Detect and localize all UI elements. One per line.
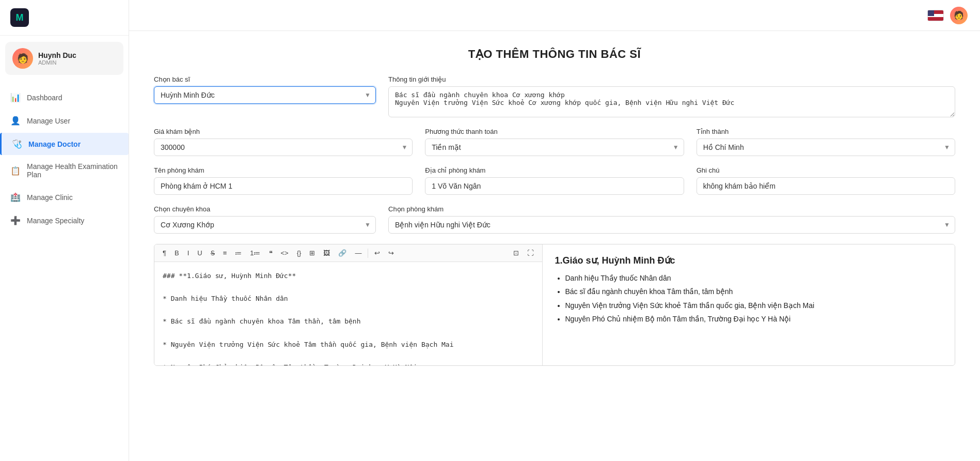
payment-select[interactable]: Tiền mặtChuyển khoảnThẻ tín dụng [425,139,684,156]
sidebar-item-manage-health[interactable]: 📋Manage Health Examination Plan [0,156,129,185]
price-select[interactable]: 300000200000500000 [154,139,413,156]
toolbar-btn-blockquote[interactable]: ❝ [266,248,276,258]
sidebar-item-manage-specialty[interactable]: ➕Manage Specialty [0,209,129,232]
doctor-select-wrapper[interactable]: Huỳnh Minh ĐứcNguyễn Văn ATrần Thị B ▼ [154,86,376,104]
form-row-2: Giá khám bệnh 300000200000500000 ▼ Phươn… [154,128,955,156]
nav-label-manage-user: Manage User [27,117,70,125]
clinic-select[interactable]: Bệnh viện Hữu nghi Việt ĐứcBệnh viện Bạc… [388,216,955,234]
sidebar-user: 🧑 Huynh Duc ADMIN [5,42,123,75]
form-row-1: Chọn bác sĩ Huỳnh Minh ĐứcNguyễn Văn ATr… [154,75,955,117]
province-label: Tỉnh thành [697,128,955,135]
payment-label: Phương thức thanh toán [425,128,684,135]
clinic-address-group: Địa chỉ phòng khám [425,166,684,195]
list-item: Danh hiệu Thầy thuốc Nhân dân [565,272,943,284]
toolbar-btn-ordered-list[interactable]: 1≔ [247,248,263,258]
clinic-select-wrapper[interactable]: Bệnh viện Hữu nghi Việt ĐứcBệnh viện Bạc… [388,216,955,234]
clinic-select-label: Chọn phòng khám [388,205,955,213]
list-item: Nguyên Viện trưởng Viện Sức khoẻ Tâm thầ… [565,300,943,311]
sidebar-logo: M [0,0,129,36]
preview-list: Danh hiệu Thầy thuốc Nhân dânBác sĩ đầu … [555,272,943,325]
clinic-address-input[interactable] [425,177,684,195]
list-item: Bác sĩ đầu ngành chuyên khoa Tâm thần, t… [565,286,943,297]
specialty-label: Chọn chuyên khoa [154,205,376,213]
toolbar-fullscreen-btn[interactable]: ⛶ [524,248,537,258]
toolbar-btn-italic[interactable]: I [184,248,193,258]
logo-icon: M [10,8,29,27]
editor-wrapper: ¶BIUS̶≡≔1≔❝<>{}⊞🖼🔗—↩↪ ⊡ ⛶ 1.Giáo sư, Huỳ… [154,244,955,366]
payment-group: Phương thức thanh toán Tiền mặtChuyển kh… [425,128,684,156]
nav-label-dashboard: Dashboard [27,94,62,102]
language-flag-icon[interactable] [927,10,944,21]
intro-textarea[interactable]: Bác sĩ đầu ngành chuyên khoa Cơ xương kh… [388,86,955,117]
sidebar-item-manage-user[interactable]: 👤Manage User [0,110,129,132]
toolbar-btn-redo[interactable]: ↪ [385,248,397,258]
topbar-user-avatar[interactable]: 🧑 [950,7,968,24]
user-role: ADMIN [38,59,76,66]
province-select-wrapper[interactable]: Hồ Chí MinhHà NộiĐà Nẵng ▼ [697,139,955,156]
toolbar-btn-bullet-list[interactable]: ≔ [232,248,245,258]
toolbar-btn-image[interactable]: 🖼 [320,248,333,258]
main-area: 🧑 TẠO THÊM THÔNG TIN BÁC SĨ Chọn bác sĩ … [129,0,980,461]
nav-icon-manage-specialty: ➕ [10,216,21,225]
main-content: TẠO THÊM THÔNG TIN BÁC SĨ Chọn bác sĩ Hu… [129,31,980,461]
toolbar-btn-align-left[interactable]: ≡ [220,248,230,258]
toolbar-btn-undo[interactable]: ↩ [371,248,383,258]
clinic-name-label: Tên phòng khám [154,166,413,174]
nav-label-manage-health: Manage Health Examination Plan [27,162,118,179]
nav-icon-manage-clinic: 🏥 [10,192,21,202]
price-select-wrapper[interactable]: 300000200000500000 ▼ [154,139,413,156]
toolbar-btn-table[interactable]: ⊞ [306,248,318,258]
page-title: TẠO THÊM THÔNG TIN BÁC SĨ [154,48,955,61]
intro-group: Thông tin giới thiệu Bác sĩ đầu ngành ch… [388,75,955,117]
notes-input[interactable] [697,177,955,195]
user-name: Huynh Duc [38,51,76,59]
preview-heading: 1.Giáo sư, Huỳnh Minh Đức [555,255,943,266]
sidebar-item-manage-clinic[interactable]: 🏥Manage Clinic [0,186,129,208]
price-group: Giá khám bệnh 300000200000500000 ▼ [154,128,413,156]
nav-label-manage-specialty: Manage Specialty [27,217,84,225]
specialty-select[interactable]: Cơ Xương KhớpTim mạchThần kinh [154,216,376,234]
clinic-name-group: Tên phòng khám [154,166,413,195]
clinic-name-input[interactable] [154,177,413,195]
clinic-address-label: Địa chỉ phòng khám [425,166,684,174]
toolbar-minimize-btn[interactable]: ⊡ [510,248,522,258]
province-group: Tỉnh thành Hồ Chí MinhHà NộiĐà Nẵng ▼ [697,128,955,156]
toolbar-btn-bold[interactable]: B [171,248,182,258]
toolbar-btn-code-block[interactable]: {} [294,248,305,258]
toolbar-btn-paragraph[interactable]: ¶ [160,248,169,258]
nav-icon-dashboard: 📊 [10,93,21,102]
nav-icon-manage-health: 📋 [10,166,21,176]
nav-label-manage-doctor: Manage Doctor [28,140,81,148]
toolbar-btn-link[interactable]: 🔗 [335,248,350,258]
editor-left-panel: ¶BIUS̶≡≔1≔❝<>{}⊞🖼🔗—↩↪ ⊡ ⛶ [154,244,543,365]
sidebar: M 🧑 Huynh Duc ADMIN 📊Dashboard👤Manage Us… [0,0,129,461]
specialty-group: Chọn chuyên khoa Cơ Xương KhớpTim mạchTh… [154,205,376,234]
toolbar-btn-underline[interactable]: U [194,248,205,258]
topbar: 🧑 [129,0,980,31]
toolbar-btn-code-inline[interactable]: <> [278,248,292,258]
price-label: Giá khám bệnh [154,128,413,135]
toolbar-right-icons: ⊡ ⛶ [510,248,537,258]
sidebar-item-dashboard[interactable]: 📊Dashboard [0,86,129,109]
editor-preview-panel: 1.Giáo sư, Huỳnh Minh Đức Danh hiệu Thầy… [543,244,955,365]
clinic-select-group: Chọn phòng khám Bệnh viện Hữu nghi Việt … [388,205,955,234]
notes-label: Ghi chú [697,166,955,174]
intro-label: Thông tin giới thiệu [388,75,955,83]
specialty-select-wrapper[interactable]: Cơ Xương KhớpTim mạchThần kinh ▼ [154,216,376,234]
doctor-select-label: Chọn bác sĩ [154,75,376,83]
sidebar-item-manage-doctor[interactable]: 🩺Manage Doctor [0,133,129,155]
notes-group: Ghi chú [697,166,955,195]
toolbar-btn-strikethrough[interactable]: S̶ [208,248,218,258]
avatar: 🧑 [12,48,33,69]
editor-textarea[interactable] [154,262,542,365]
form-row-3: Tên phòng khám Địa chỉ phòng khám Ghi ch… [154,166,955,195]
nav-icon-manage-user: 👤 [10,116,21,126]
list-item: Nguyên Phó Chủ nhiệm Bộ môn Tâm thần, Tr… [565,313,943,325]
province-select[interactable]: Hồ Chí MinhHà NộiĐà Nẵng [697,139,955,156]
editor-toolbar: ¶BIUS̶≡≔1≔❝<>{}⊞🖼🔗—↩↪ ⊡ ⛶ [154,244,542,262]
payment-select-wrapper[interactable]: Tiền mặtChuyển khoảnThẻ tín dụng ▼ [425,139,684,156]
nav-label-manage-clinic: Manage Clinic [27,193,73,202]
sidebar-navigation: 📊Dashboard👤Manage User🩺Manage Doctor📋Man… [0,81,129,237]
toolbar-btn-hr[interactable]: — [352,248,365,258]
doctor-select[interactable]: Huỳnh Minh ĐứcNguyễn Văn ATrần Thị B [154,86,376,104]
